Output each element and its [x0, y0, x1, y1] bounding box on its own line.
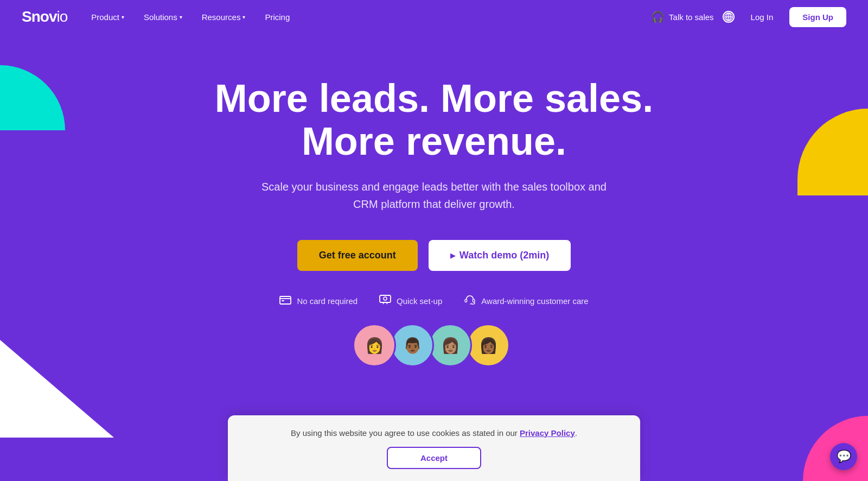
headset-icon — [464, 295, 476, 307]
navbar: Snovio Product ▾ Solutions ▾ Resources ▾… — [0, 0, 868, 34]
cta-buttons: Get free account ▶ Watch demo (2min) — [297, 240, 571, 271]
talk-to-sales-link[interactable]: 🎧 Talk to sales — [651, 10, 714, 23]
language-selector[interactable] — [723, 11, 735, 23]
chevron-down-icon: ▾ — [122, 14, 124, 20]
avatar-2: 👨🏾 — [391, 324, 434, 367]
chevron-down-icon: ▾ — [242, 14, 245, 20]
signup-button[interactable]: Sign Up — [789, 7, 846, 27]
logo-sub: io — [56, 8, 67, 26]
nav-resources[interactable]: Resources ▾ — [194, 8, 253, 26]
features-row: No card required Quick set-up — [279, 295, 588, 307]
logo[interactable]: Snovio — [22, 8, 67, 26]
login-button[interactable]: Log In — [743, 8, 781, 26]
avatars-section: 👩 👨🏾 👩🏽 👩🏾 — [358, 324, 510, 367]
cookie-accept-button[interactable]: Accept — [387, 447, 481, 469]
feature-quick-setup: Quick set-up — [379, 295, 442, 307]
avatar-4: 👩🏾 — [467, 324, 510, 367]
credit-card-icon — [279, 295, 291, 307]
svg-rect-11 — [465, 299, 467, 302]
avatar-3: 👩🏽 — [429, 324, 472, 367]
chevron-down-icon: ▾ — [180, 14, 182, 20]
cookie-text: By using this website you agree to use c… — [291, 427, 577, 440]
nav-links: Product ▾ Solutions ▾ Resources ▾ Pricin… — [84, 8, 297, 26]
monitor-icon — [379, 295, 391, 307]
hero-heading: More leads. More sales. More revenue. — [215, 77, 653, 163]
headphone-icon: 🎧 — [651, 10, 665, 23]
chat-button[interactable]: 💬 — [830, 443, 857, 470]
nav-pricing[interactable]: Pricing — [257, 8, 297, 26]
svg-rect-6 — [282, 300, 284, 301]
hero-subheading: Scale your business and engage leads bet… — [250, 178, 618, 213]
logo-main: Snov — [22, 8, 56, 26]
avatar-1: 👩 — [353, 324, 396, 367]
svg-rect-12 — [473, 299, 475, 302]
nav-left: Snovio Product ▾ Solutions ▾ Resources ▾… — [22, 8, 297, 26]
cookie-banner: By using this website you agree to use c… — [228, 415, 640, 482]
hero-section: More leads. More sales. More revenue. Sc… — [0, 34, 868, 400]
svg-rect-7 — [380, 295, 391, 302]
nav-product[interactable]: Product ▾ — [84, 8, 132, 26]
svg-point-8 — [384, 297, 387, 300]
watch-demo-button[interactable]: ▶ Watch demo (2min) — [429, 240, 571, 271]
play-icon: ▶ — [450, 252, 455, 260]
nav-solutions[interactable]: Solutions ▾ — [136, 8, 190, 26]
svg-rect-4 — [280, 296, 291, 304]
feature-no-card: No card required — [279, 295, 358, 307]
svg-point-13 — [471, 303, 473, 305]
chat-icon: 💬 — [837, 450, 851, 464]
nav-right: 🎧 Talk to sales Log In Sign Up — [651, 7, 846, 27]
feature-customer-care: Award-winning customer care — [464, 295, 588, 307]
globe-icon — [724, 12, 733, 21]
privacy-policy-link[interactable]: Privacy Policy — [520, 428, 575, 438]
get-free-account-button[interactable]: Get free account — [297, 240, 418, 271]
